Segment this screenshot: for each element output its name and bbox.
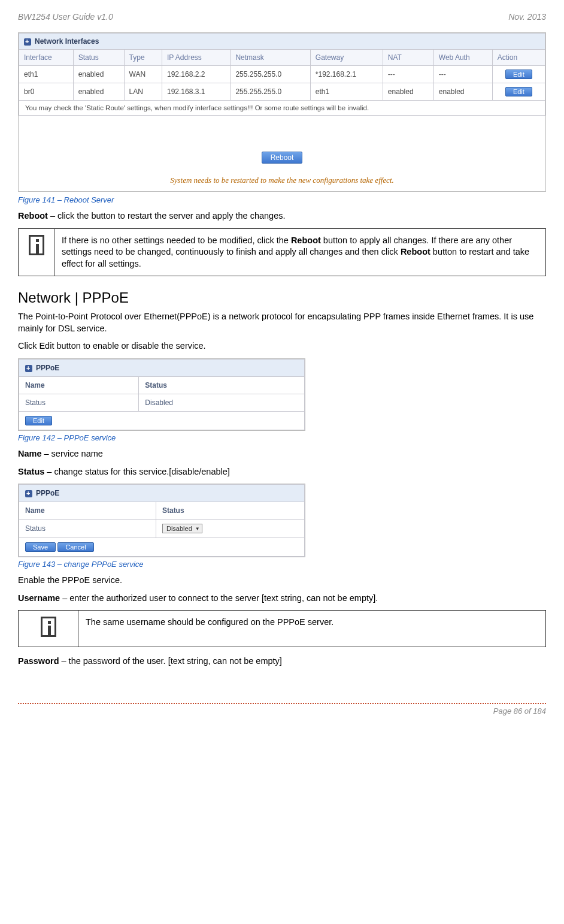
edit-button[interactable]: Edit [505, 87, 532, 96]
page-footer: Page 86 of 184 [18, 703, 546, 715]
col-interface: Interface [19, 50, 74, 66]
figure-142-screenshot: PPPoE NameStatus StatusDisabled Edit [18, 358, 305, 431]
edit-button[interactable]: Edit [25, 416, 52, 425]
reboot-text: – click the button to restart the server… [48, 211, 286, 221]
cell: enabled [73, 83, 124, 101]
col-netmask: Netmask [231, 50, 310, 66]
cell: br0 [19, 83, 74, 101]
info-text: The same username should be configured o… [78, 611, 546, 647]
cancel-button[interactable]: Cancel [57, 542, 93, 552]
col-nat: NAT [383, 50, 433, 66]
cell: *192.168.2.1 [310, 66, 383, 83]
cell: LAN [124, 83, 162, 101]
panel-title: Network Interfaces [35, 37, 99, 46]
col-webauth: Web Auth [433, 50, 492, 66]
cell: 192.168.2.2 [162, 66, 231, 83]
cell-name: Status [19, 520, 156, 538]
cell-name: Status [19, 394, 139, 411]
panel-title: PPPoE [36, 489, 59, 497]
enable-instruction: Enable the PPPoE service. [18, 575, 546, 587]
col-status: Status [156, 502, 304, 520]
reboot-button[interactable]: Reboot [262, 152, 303, 164]
cell: 255.255.255.0 [231, 83, 310, 101]
doc-date: Nov. 2013 [508, 12, 546, 22]
info-icon [29, 235, 44, 255]
network-interfaces-table: Network Interfaces Interface Status Type… [19, 33, 545, 101]
cell: --- [383, 66, 433, 83]
cell: 255.255.255.0 [231, 66, 310, 83]
table-row: br0 enabled LAN 192.168.3.1 255.255.255.… [19, 83, 545, 101]
save-button[interactable]: Save [25, 542, 56, 552]
table-row: eth1 enabled WAN 192.168.2.2 255.255.255… [19, 66, 545, 83]
name-description: Name – service name [18, 448, 546, 460]
col-type: Type [124, 50, 162, 66]
username-description: Username – enter the authorized user to … [18, 593, 546, 605]
pppoe-intro: The Point-to-Point Protocol over Etherne… [18, 311, 546, 334]
info-icon [41, 617, 56, 637]
reboot-label: Reboot [18, 211, 48, 221]
col-action: Action [492, 50, 545, 66]
figure-143-caption: Figure 143 – change PPPoE service [18, 560, 546, 569]
cell: enabled [383, 83, 433, 101]
password-description: Password – the password of the user. [te… [18, 656, 546, 668]
cell: 192.168.3.1 [162, 83, 231, 101]
panel-icon [25, 365, 32, 372]
cell-status: Disabled [139, 394, 305, 411]
cell: WAN [124, 66, 162, 83]
figure-143-screenshot: PPPoE NameStatus StatusDisabled Save Can… [18, 484, 305, 557]
static-route-note: You may check the 'Static Route' setting… [19, 101, 545, 116]
footer-divider [18, 703, 546, 704]
cell: --- [433, 66, 492, 83]
panel-title: PPPoE [36, 364, 59, 372]
col-gateway: Gateway [310, 50, 383, 66]
figure-141-screenshot: Network Interfaces Interface Status Type… [18, 32, 546, 192]
page-header: BW1254 User Guide v1.0 Nov. 2013 [18, 12, 546, 22]
cell: enabled [73, 66, 124, 83]
panel-icon [24, 38, 31, 46]
info-box-2: The same username should be configured o… [18, 610, 546, 647]
edit-button[interactable]: Edit [505, 70, 532, 79]
system-restart-message: System needs to be restarted to make the… [19, 176, 545, 191]
section-heading: Network | PPPoE [18, 289, 546, 306]
pppoe-edit-table: PPPoE NameStatus StatusDisabled Save Can… [19, 484, 305, 557]
doc-title: BW1254 User Guide v1.0 [18, 12, 113, 22]
pppoe-instruction: Click Edit button to enable or disable t… [18, 340, 546, 352]
cell: eth1 [310, 83, 383, 101]
status-select[interactable]: Disabled [162, 524, 202, 533]
panel-icon [25, 490, 32, 497]
col-status: Status [73, 50, 124, 66]
col-name: Name [19, 502, 156, 520]
pppoe-view-table: PPPoE NameStatus StatusDisabled Edit [19, 359, 305, 430]
figure-141-caption: Figure 141 – Reboot Server [18, 195, 546, 204]
info-box-1: If there is no other settings needed to … [18, 228, 546, 277]
info-text: If there is no other settings needed to … [54, 228, 546, 276]
page-number: Page 86 of 184 [18, 706, 546, 715]
reboot-area: Reboot [19, 116, 545, 176]
figure-142-caption: Figure 142 – PPPoE service [18, 433, 546, 442]
col-name: Name [19, 376, 139, 394]
cell: enabled [433, 83, 492, 101]
col-ip: IP Address [162, 50, 231, 66]
reboot-description: Reboot – click the button to restart the… [18, 210, 546, 222]
col-status: Status [139, 376, 305, 394]
cell: eth1 [19, 66, 74, 83]
status-description: Status – change status for this service.… [18, 466, 546, 478]
